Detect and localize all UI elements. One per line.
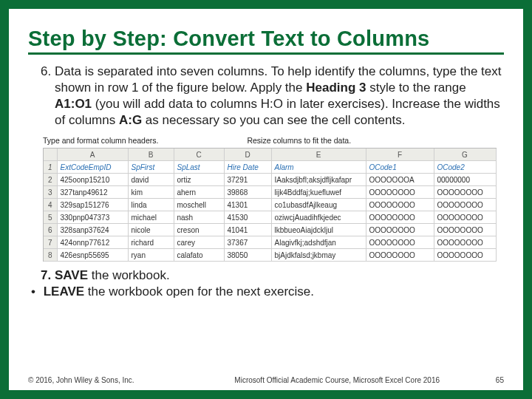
hdr-G: OCode2 bbox=[434, 161, 496, 174]
row-1-label: 1 bbox=[44, 161, 57, 174]
table-row: 3327tanp49612kimahern39868lijk4Bddfaj;ku… bbox=[44, 186, 496, 199]
hdr-A: ExtCodeEmpID bbox=[57, 161, 128, 174]
step-6-t4: as necessary so you can see the cell con… bbox=[142, 113, 405, 127]
table-row: 8426esnp55695ryancalafato38050bjAjdkfals… bbox=[44, 249, 496, 262]
col-C: C bbox=[174, 149, 224, 161]
slide-body: Data is separated into seven columns. To… bbox=[28, 64, 504, 300]
step-6: Data is separated into seven columns. To… bbox=[55, 64, 504, 129]
caption-right: Resize columns to fit the data. bbox=[247, 136, 351, 146]
col-G: G bbox=[434, 149, 496, 161]
slide-footer: © 2016, John Wiley & Sons, Inc. Microsof… bbox=[28, 376, 504, 384]
step-6-b1: Heading 3 bbox=[306, 81, 366, 95]
step-6-b2: A1:O1 bbox=[55, 97, 92, 111]
leave-b1: LEAVE bbox=[44, 284, 84, 299]
col-letter-row: A B C D E F G bbox=[44, 149, 496, 161]
step-7-b1: SAVE bbox=[55, 268, 88, 282]
hdr-D: Hire Date bbox=[224, 161, 271, 174]
table-row: 5330pnp047373michaelnash41530oziwcjAuadi… bbox=[44, 211, 496, 224]
corner-cell bbox=[44, 149, 57, 161]
leave-t1: the workbook open for the next exercise. bbox=[84, 284, 314, 299]
col-E: E bbox=[271, 149, 366, 161]
table-row: 6328sanp37624nicolecreson41041lkbbueoAia… bbox=[44, 224, 496, 236]
excel-figure: A B C D E F G 1 ExtCodeEmpID SpFirst SpL… bbox=[43, 148, 497, 262]
table-row: 4329sap151276lindamoschell41301co1ubasdf… bbox=[44, 199, 496, 211]
col-B: B bbox=[128, 149, 174, 161]
steps-list-6: Data is separated into seven columns. To… bbox=[28, 64, 504, 129]
hdr-F: OCode1 bbox=[366, 161, 434, 174]
footer-pagenum: 65 bbox=[496, 376, 504, 384]
slide-title: Step by Step: Convert Text to Columns bbox=[28, 16, 504, 55]
table-row: 2425oonp15210davidortiz37291IAaksdjbfl;a… bbox=[44, 174, 496, 186]
col-A: A bbox=[57, 149, 128, 161]
figure-captions: Type and format column headers. Resize c… bbox=[43, 136, 504, 146]
step-7-t1: the workbook. bbox=[88, 268, 170, 282]
footer-copyright: © 2016, John Wiley & Sons, Inc. bbox=[28, 376, 134, 384]
table-row: 7424onnp77612richardcarey37367Alagivfkj;… bbox=[44, 236, 496, 249]
slide: Step by Step: Convert Text to Columns Da… bbox=[9, 9, 523, 390]
excel-table: A B C D E F G 1 ExtCodeEmpID SpFirst SpL… bbox=[44, 149, 497, 262]
step-6-b3: A:G bbox=[119, 113, 142, 127]
steps-list-7: SAVE the workbook. bbox=[28, 267, 504, 284]
leave-bullet-list: LEAVE the workbook open for the next exe… bbox=[28, 284, 504, 300]
hdr-E: Alarm bbox=[271, 161, 366, 174]
header-row: 1 ExtCodeEmpID SpFirst SpLast Hire Date … bbox=[44, 161, 496, 174]
hdr-B: SpFirst bbox=[128, 161, 174, 174]
col-D: D bbox=[224, 149, 271, 161]
footer-course: Microsoft Official Academic Course, Micr… bbox=[234, 376, 440, 384]
step-7: SAVE the workbook. bbox=[55, 267, 504, 284]
hdr-C: SpLast bbox=[174, 161, 224, 174]
caption-left: Type and format column headers. bbox=[43, 136, 158, 146]
col-F: F bbox=[366, 149, 434, 161]
step-6-t2: style to the range bbox=[366, 81, 466, 95]
leave-bullet: LEAVE the workbook open for the next exe… bbox=[41, 284, 504, 300]
